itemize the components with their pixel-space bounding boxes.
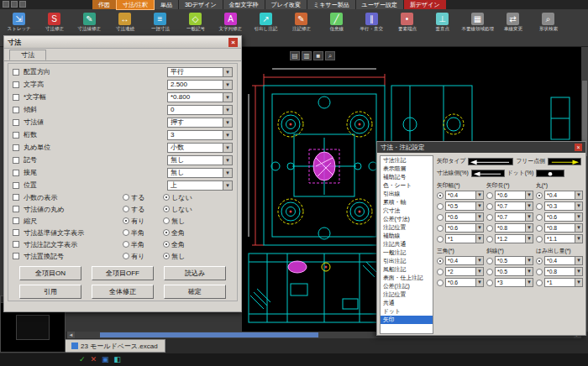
ribbon-tab[interactable]: 3Dデザイン xyxy=(179,0,223,9)
value-dropdown[interactable]: *0.5 ▼ xyxy=(445,201,484,211)
status-icon[interactable]: ✓ xyxy=(79,353,86,366)
value-dropdown[interactable]: *0.7 ▼ xyxy=(495,201,533,211)
radio-option[interactable]: する xyxy=(123,193,163,202)
value-dropdown[interactable]: *0.3 ▼ xyxy=(544,201,583,211)
ribbon-tool-button[interactable]: ▦ 不要線領域処理 xyxy=(460,11,495,44)
radio-icon[interactable] xyxy=(437,258,444,264)
radio-icon[interactable] xyxy=(437,192,444,199)
radio-icon[interactable] xyxy=(486,280,493,286)
ribbon-tool-button[interactable]: • 要素端点 xyxy=(390,11,424,44)
setting-dropdown[interactable]: 無し ▼ xyxy=(167,155,233,165)
chevron-down-icon[interactable]: ▼ xyxy=(475,257,483,264)
row-checkbox[interactable] xyxy=(13,94,19,101)
tree-item[interactable]: 累積・軸 xyxy=(381,198,433,207)
radio-icon[interactable] xyxy=(123,217,129,224)
chevron-down-icon[interactable]: ▼ xyxy=(575,235,582,243)
radio-icon[interactable] xyxy=(536,203,543,210)
setting-dropdown[interactable]: 上 ▼ xyxy=(167,180,233,191)
arrow-preview-select[interactable] xyxy=(548,158,581,165)
horizontal-scroll-thumb[interactable] xyxy=(100,332,318,337)
scroll-left-arrow[interactable]: ◄ xyxy=(67,332,75,338)
tree-item[interactable]: 補助記号 xyxy=(381,173,433,181)
radio-icon[interactable] xyxy=(486,192,493,199)
radio-option[interactable]: する xyxy=(123,205,163,214)
dim-side-preview-select[interactable] xyxy=(471,170,505,177)
radio-icon[interactable] xyxy=(163,217,170,224)
radio-icon[interactable] xyxy=(437,236,444,243)
ribbon-tab[interactable]: 単品 xyxy=(155,0,178,9)
radio-icon[interactable] xyxy=(123,229,129,236)
chevron-down-icon[interactable]: ▼ xyxy=(475,235,483,243)
ribbon-tab[interactable]: 寸法/注釈 xyxy=(117,0,154,9)
value-dropdown[interactable]: *2 ▼ xyxy=(445,267,484,276)
setting-dropdown[interactable]: 押す ▼ xyxy=(167,118,233,128)
tree-item[interactable]: 補助線 xyxy=(381,232,433,240)
value-dropdown[interactable]: *0.5 ▼ xyxy=(495,267,533,276)
arrow-preview-select[interactable] xyxy=(468,158,513,165)
setting-dropdown[interactable]: 無し ▼ xyxy=(167,168,233,178)
radio-option[interactable]: 無し xyxy=(163,217,203,226)
chevron-down-icon[interactable]: ▼ xyxy=(223,169,232,177)
row-checkbox[interactable] xyxy=(13,157,19,164)
radio-icon[interactable] xyxy=(123,206,129,212)
tree-item[interactable]: 公差(注記) xyxy=(381,282,433,290)
row-checkbox[interactable] xyxy=(13,206,19,212)
chevron-down-icon[interactable]: ▼ xyxy=(575,257,582,264)
tree-item[interactable]: 共通 xyxy=(381,299,433,307)
chevron-down-icon[interactable]: ▼ xyxy=(525,268,533,275)
radio-option[interactable]: しない xyxy=(163,205,203,214)
ribbon-tab[interactable]: 新デザイン xyxy=(404,0,446,9)
setting-dropdown[interactable]: 0 ▼ xyxy=(167,105,233,115)
chevron-down-icon[interactable]: ▼ xyxy=(475,224,483,232)
ribbon-tool-button[interactable]: ✎ 注記修正 xyxy=(284,11,318,44)
row-checkbox[interactable] xyxy=(13,132,19,139)
tree-item[interactable]: 注記位置 xyxy=(381,223,433,232)
chevron-down-icon[interactable]: ▼ xyxy=(525,191,533,199)
chevron-down-icon[interactable]: ▼ xyxy=(575,202,582,210)
value-dropdown[interactable]: *0.4 ▼ xyxy=(445,256,484,265)
radio-icon[interactable] xyxy=(486,225,493,232)
chevron-down-icon[interactable]: ▼ xyxy=(223,106,232,114)
tree-item[interactable]: 色・シート xyxy=(381,181,433,190)
value-dropdown[interactable]: *0.8 ▼ xyxy=(544,267,583,276)
document-tab[interactable]: 23 モールドベース.excad xyxy=(64,339,165,353)
ribbon-tool-button[interactable]: ↗ 引出し注記 xyxy=(249,11,283,44)
close-icon[interactable]: × xyxy=(575,144,582,151)
chevron-down-icon[interactable]: ▼ xyxy=(475,191,483,199)
radio-icon[interactable] xyxy=(437,269,444,275)
setting-dropdown[interactable]: 平行 ▼ xyxy=(167,67,233,77)
ribbon-tool-button[interactable]: ⇄ 車線変更 xyxy=(496,11,530,44)
value-dropdown[interactable]: *0.8 ▼ xyxy=(544,223,583,233)
radio-icon[interactable] xyxy=(163,253,170,259)
tree-item[interactable]: 注記共通 xyxy=(381,240,433,248)
tree-item[interactable]: 表面・仕上注記 xyxy=(381,274,433,282)
row-checkbox[interactable] xyxy=(13,107,19,113)
status-icon[interactable]: ▣ xyxy=(102,353,109,366)
tree-item[interactable]: 表示階層 xyxy=(381,165,433,173)
value-dropdown[interactable]: *0.8 ▼ xyxy=(495,223,533,233)
radio-icon[interactable] xyxy=(123,241,129,248)
chevron-down-icon[interactable]: ▼ xyxy=(525,202,533,210)
canvas-toolbar-button[interactable]: ▥ xyxy=(302,51,312,60)
value-dropdown[interactable]: *1 ▼ xyxy=(544,278,583,287)
chevron-down-icon[interactable]: ▼ xyxy=(575,224,582,232)
ribbon-tool-button[interactable]: ⌕ 形状検索 xyxy=(531,11,565,44)
chevron-down-icon[interactable]: ▼ xyxy=(475,213,483,221)
ribbon-tool-button[interactable]: ╱ 任意線 xyxy=(319,11,354,44)
ribbon-tool-button[interactable]: ⊥ 垂直点 xyxy=(425,11,459,44)
value-dropdown[interactable]: *1 ▼ xyxy=(445,234,484,243)
quick-access-icon[interactable] xyxy=(19,1,26,8)
radio-icon[interactable] xyxy=(163,206,170,212)
dialog-button[interactable]: 読込み xyxy=(164,266,226,280)
radio-icon[interactable] xyxy=(163,229,170,236)
radio-icon[interactable] xyxy=(123,253,129,259)
tree-item[interactable]: ドット xyxy=(381,307,433,316)
setting-dropdown[interactable]: 小数 ▼ xyxy=(167,143,233,153)
radio-icon[interactable] xyxy=(536,214,543,221)
value-dropdown[interactable]: *0.4 ▼ xyxy=(544,191,583,200)
radio-icon[interactable] xyxy=(536,225,543,232)
tree-item[interactable]: 引出線 xyxy=(381,190,433,198)
chevron-down-icon[interactable]: ▼ xyxy=(575,213,582,221)
dialog-button[interactable]: 全項目ON xyxy=(19,266,81,280)
chevron-down-icon[interactable]: ▼ xyxy=(223,68,232,76)
